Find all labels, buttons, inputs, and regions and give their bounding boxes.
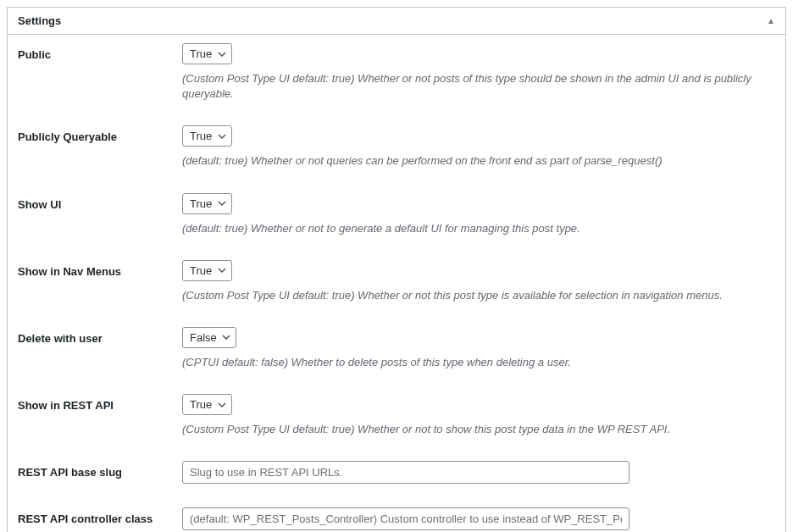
select-show-ui[interactable]: True [182, 193, 232, 214]
settings-panel-title: Settings [18, 14, 61, 27]
settings-panel-header[interactable]: Settings ▲ [8, 8, 785, 35]
label-show-ui: Show UI [18, 193, 182, 211]
desc-show-in-nav-menus: (Custom Post Type UI default: true) Whet… [182, 288, 775, 303]
label-show-in-rest: Show in REST API [18, 394, 182, 412]
settings-panel-body: Public True (Custom Post Type UI default… [8, 35, 785, 530]
label-public: Public [18, 43, 182, 61]
desc-show-in-rest: (Custom Post Type UI default: true) Whet… [182, 422, 775, 437]
select-public[interactable]: True [182, 43, 232, 64]
input-rest-controller-class[interactable] [182, 507, 629, 530]
field-delete-with-user: Delete with user False (CPTUI default: f… [18, 327, 775, 370]
collapse-icon: ▲ [767, 16, 775, 25]
field-publicly-queryable: Publicly Queryable True (default: true) … [18, 125, 775, 169]
field-show-ui: Show UI True (default: true) Whether or … [18, 193, 775, 236]
field-show-in-nav-menus: Show in Nav Menus True (Custom Post Type… [18, 260, 775, 303]
field-public: Public True (Custom Post Type UI default… [18, 43, 775, 102]
select-show-in-nav-menus[interactable]: True [182, 260, 232, 281]
select-delete-with-user[interactable]: False [182, 327, 236, 348]
label-rest-base: REST API base slug [18, 461, 182, 479]
desc-publicly-queryable: (default: true) Whether or not queries c… [182, 153, 775, 169]
settings-panel: Settings ▲ Public True (Custom Post Type… [7, 7, 786, 532]
select-show-in-rest[interactable]: True [182, 394, 232, 415]
select-publicly-queryable[interactable]: True [182, 125, 232, 147]
desc-show-ui: (default: true) Whether or not to genera… [182, 221, 775, 236]
field-show-in-rest: Show in REST API True (Custom Post Type … [18, 394, 775, 437]
label-show-in-nav-menus: Show in Nav Menus [18, 260, 182, 278]
field-rest-controller-class: REST API controller class [18, 507, 775, 530]
input-rest-base[interactable] [182, 461, 629, 484]
label-delete-with-user: Delete with user [18, 327, 182, 345]
label-rest-controller-class: REST API controller class [18, 507, 182, 525]
label-publicly-queryable: Publicly Queryable [18, 125, 182, 143]
desc-public: (Custom Post Type UI default: true) Whet… [182, 71, 775, 102]
field-rest-base: REST API base slug [18, 461, 775, 484]
desc-delete-with-user: (CPTUI default: false) Whether to delete… [182, 355, 775, 370]
